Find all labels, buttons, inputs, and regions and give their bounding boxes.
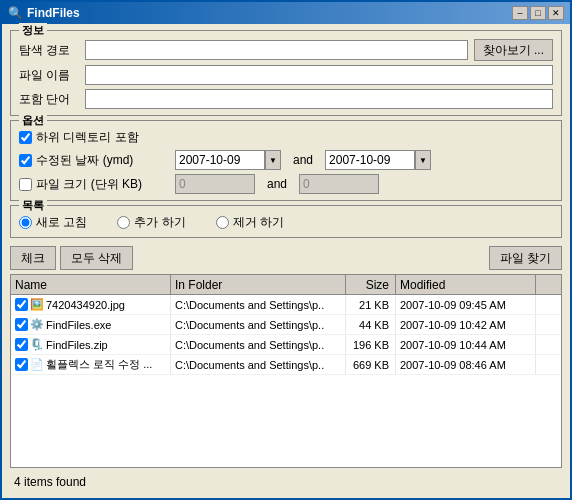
radio-remove-text: 제거 하기 bbox=[233, 214, 284, 231]
file-folder-cell: C:\Documents and Settings\p.. bbox=[171, 295, 346, 314]
window-title: FindFiles bbox=[27, 6, 80, 20]
file-name-label: 파일 이름 bbox=[19, 67, 79, 84]
date-checkbox-label[interactable]: 수정된 날짜 (ymd) bbox=[19, 152, 169, 169]
file-row-checkbox[interactable] bbox=[15, 298, 28, 311]
subdir-checkbox-label[interactable]: 하위 디렉토리 포함 bbox=[19, 129, 169, 146]
file-name-text: FindFiles.exe bbox=[46, 319, 111, 331]
file-name-row: 파일 이름 bbox=[19, 65, 553, 85]
file-row-checkbox[interactable] bbox=[15, 338, 28, 351]
file-folder-cell: C:\Documents and Settings\p.. bbox=[171, 315, 346, 334]
options-section: 옵션 하위 디렉토리 포함 수정된 날짜 (ymd) ▼ and bbox=[10, 120, 562, 201]
check-button[interactable]: 체크 bbox=[10, 246, 56, 270]
title-bar-buttons: – □ ✕ bbox=[512, 6, 564, 20]
file-name-text: FindFiles.zip bbox=[46, 339, 108, 351]
col-header-name[interactable]: Name bbox=[11, 275, 171, 294]
file-name-cell: ⚙️ FindFiles.exe bbox=[11, 315, 171, 334]
size-checkbox-label[interactable]: 파일 크기 (단위 KB) bbox=[19, 176, 169, 193]
file-row-checkbox[interactable] bbox=[15, 358, 28, 371]
date-from-group: ▼ bbox=[175, 150, 281, 170]
and-label-2: and bbox=[261, 177, 293, 191]
file-size-cell: 21 KB bbox=[346, 295, 396, 314]
status-text: 4 items found bbox=[14, 475, 86, 489]
date-label-text: 수정된 날짜 (ymd) bbox=[36, 152, 133, 169]
radio-refresh-text: 새로 고침 bbox=[36, 214, 87, 231]
close-button[interactable]: ✕ bbox=[548, 6, 564, 20]
radio-refresh[interactable] bbox=[19, 216, 32, 229]
radio-refresh-label[interactable]: 새로 고침 bbox=[19, 214, 87, 231]
bottom-buttons-row: 체크 모두 삭제 파일 찾기 bbox=[10, 246, 562, 270]
keyword-row: 포함 단어 bbox=[19, 89, 553, 109]
find-files-button[interactable]: 파일 찾기 bbox=[489, 246, 562, 270]
maximize-button[interactable]: □ bbox=[530, 6, 546, 20]
delete-all-button[interactable]: 모두 삭제 bbox=[60, 246, 133, 270]
radio-add[interactable] bbox=[117, 216, 130, 229]
keyword-input[interactable] bbox=[85, 89, 553, 109]
results-section-title: 목록 bbox=[19, 198, 47, 213]
file-list-body: 🖼️ 7420434920.jpg C:\Documents and Setti… bbox=[11, 295, 561, 467]
search-path-input[interactable] bbox=[85, 40, 468, 60]
col-header-modified[interactable]: Modified bbox=[396, 275, 536, 294]
search-path-row: 탐색 경로 찾아보기 ... bbox=[19, 39, 553, 61]
file-size-cell: 669 KB bbox=[346, 355, 396, 374]
file-folder-cell: C:\Documents and Settings\p.. bbox=[171, 355, 346, 374]
radio-row: 새로 고침 추가 하기 제거 하기 bbox=[19, 214, 553, 231]
subdir-row: 하위 디렉토리 포함 bbox=[19, 129, 553, 146]
file-type-icon: ⚙️ bbox=[30, 318, 44, 332]
table-row[interactable]: ⚙️ FindFiles.exe C:\Documents and Settin… bbox=[11, 315, 561, 335]
file-name-text: 횔플렉스 로직 수정 ... bbox=[46, 357, 152, 372]
table-row[interactable]: 📄 횔플렉스 로직 수정 ... C:\Documents and Settin… bbox=[11, 355, 561, 375]
file-name-cell: 🗜️ FindFiles.zip bbox=[11, 335, 171, 354]
radio-remove[interactable] bbox=[216, 216, 229, 229]
file-row-checkbox[interactable] bbox=[15, 318, 28, 331]
col-header-folder[interactable]: In Folder bbox=[171, 275, 346, 294]
size-row: 파일 크기 (단위 KB) and bbox=[19, 174, 553, 194]
main-window: 🔍 FindFiles – □ ✕ 정보 탐색 경로 찾아보기 ... 파일 이… bbox=[0, 0, 572, 500]
date-from-dropdown[interactable]: ▼ bbox=[265, 150, 281, 170]
size-to-input[interactable] bbox=[299, 174, 379, 194]
file-type-icon: 🗜️ bbox=[30, 338, 44, 352]
size-from-input[interactable] bbox=[175, 174, 255, 194]
radio-add-label[interactable]: 추가 하기 bbox=[117, 214, 185, 231]
window-icon: 🔍 bbox=[8, 6, 23, 20]
file-size-cell: 44 KB bbox=[346, 315, 396, 334]
date-to-input[interactable] bbox=[325, 150, 415, 170]
browse-button[interactable]: 찾아보기 ... bbox=[474, 39, 553, 61]
info-section-title: 정보 bbox=[19, 23, 47, 38]
file-modified-cell: 2007-10-09 10:42 AM bbox=[396, 315, 536, 334]
size-label-text: 파일 크기 (단위 KB) bbox=[36, 176, 142, 193]
file-name-cell: 🖼️ 7420434920.jpg bbox=[11, 295, 171, 314]
radio-remove-label[interactable]: 제거 하기 bbox=[216, 214, 284, 231]
table-row[interactable]: 🖼️ 7420434920.jpg C:\Documents and Setti… bbox=[11, 295, 561, 315]
file-name-text: 7420434920.jpg bbox=[46, 299, 125, 311]
search-path-label: 탐색 경로 bbox=[19, 42, 79, 59]
file-name-input[interactable] bbox=[85, 65, 553, 85]
options-section-title: 옵션 bbox=[19, 113, 47, 128]
table-row[interactable]: 🗜️ FindFiles.zip C:\Documents and Settin… bbox=[11, 335, 561, 355]
minimize-button[interactable]: – bbox=[512, 6, 528, 20]
date-to-group: ▼ bbox=[325, 150, 431, 170]
radio-add-text: 추가 하기 bbox=[134, 214, 185, 231]
and-label-1: and bbox=[287, 153, 319, 167]
date-to-dropdown[interactable]: ▼ bbox=[415, 150, 431, 170]
subdir-checkbox[interactable] bbox=[19, 131, 32, 144]
info-section: 정보 탐색 경로 찾아보기 ... 파일 이름 포함 단어 bbox=[10, 30, 562, 116]
date-row: 수정된 날짜 (ymd) ▼ and ▼ bbox=[19, 150, 553, 170]
keyword-label: 포함 단어 bbox=[19, 91, 79, 108]
col-header-size[interactable]: Size bbox=[346, 275, 396, 294]
file-modified-cell: 2007-10-09 10:44 AM bbox=[396, 335, 536, 354]
file-modified-cell: 2007-10-09 08:46 AM bbox=[396, 355, 536, 374]
file-name-cell: 📄 횔플렉스 로직 수정 ... bbox=[11, 355, 171, 374]
file-list-header: Name In Folder Size Modified bbox=[11, 275, 561, 295]
file-type-icon: 📄 bbox=[30, 358, 44, 372]
date-from-input[interactable] bbox=[175, 150, 265, 170]
title-bar: 🔍 FindFiles – □ ✕ bbox=[2, 2, 570, 24]
file-size-cell: 196 KB bbox=[346, 335, 396, 354]
subdir-label-text: 하위 디렉토리 포함 bbox=[36, 129, 139, 146]
file-type-icon: 🖼️ bbox=[30, 298, 44, 312]
file-modified-cell: 2007-10-09 09:45 AM bbox=[396, 295, 536, 314]
results-section: 목록 새로 고침 추가 하기 제거 하기 bbox=[10, 205, 562, 238]
window-content: 정보 탐색 경로 찾아보기 ... 파일 이름 포함 단어 옵션 하위 디렉토리 bbox=[2, 24, 570, 498]
file-list: Name In Folder Size Modified 🖼️ 74204349… bbox=[10, 274, 562, 468]
date-checkbox[interactable] bbox=[19, 154, 32, 167]
size-checkbox[interactable] bbox=[19, 178, 32, 191]
